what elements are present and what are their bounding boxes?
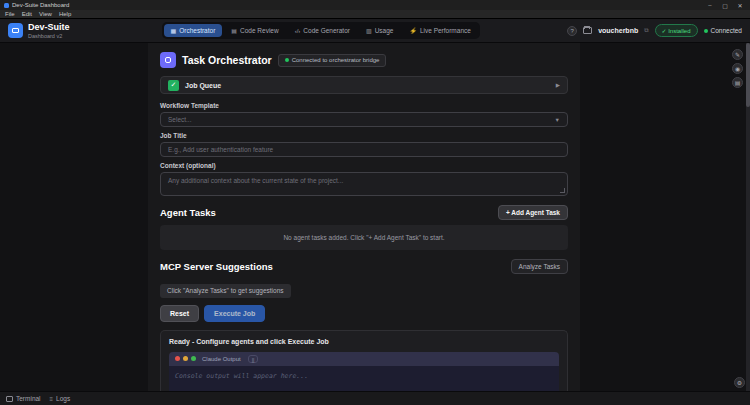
menubar: File Edit View Help xyxy=(0,10,750,19)
connection-status: Connected xyxy=(704,27,742,34)
page-title: Task Orchestrator xyxy=(182,54,272,66)
tab-label: Live Performance xyxy=(420,27,471,34)
tab-label: Orchestrator xyxy=(179,27,215,34)
edit-icon[interactable]: ✎ xyxy=(732,49,743,60)
project-name[interactable]: voucherbnb xyxy=(598,27,638,34)
header-right: ? voucherbnb ⧉ ✓ Installed Connected xyxy=(567,24,742,37)
statusbar: Terminal ≡ Logs xyxy=(0,391,750,405)
scrollbar-thumb[interactable] xyxy=(746,43,750,107)
side-toolbar: ✎ ◉ ▤ xyxy=(732,49,743,88)
tab-code-review[interactable]: ▤ Code Review xyxy=(224,24,285,37)
context-label: Context (optional) xyxy=(160,162,568,169)
tab-code-generator[interactable]: ‹/› Code Generator xyxy=(288,24,357,37)
console-window: Claude Output || Console output will app… xyxy=(169,352,559,392)
workflow-template-select[interactable]: Select... ▼ xyxy=(160,112,568,127)
record-icon[interactable]: ◉ xyxy=(732,63,743,74)
logs-toggle[interactable]: ≡ Logs xyxy=(50,395,71,402)
project-switch-icon[interactable]: ⧉ xyxy=(644,27,648,34)
orchestrator-icon: ▦ xyxy=(171,27,177,34)
job-queue-panel[interactable]: ✓ Job Queue ▶ xyxy=(160,76,568,94)
maximize-button[interactable]: ▢ xyxy=(719,2,731,9)
terminal-icon xyxy=(6,396,13,402)
chevron-right-icon[interactable]: ▶ xyxy=(556,82,560,88)
input-placeholder: E.g., Add user authentication feature xyxy=(168,146,273,153)
tab-label: Code Generator xyxy=(303,27,350,34)
main-area: Task Orchestrator Connected to orchestra… xyxy=(0,43,750,391)
analyze-tasks-button[interactable]: Analyze Tasks xyxy=(511,259,568,274)
grid-icon[interactable]: ▤ xyxy=(732,77,743,88)
nav-tabs: ▦ Orchestrator ▤ Code Review ‹/› Code Ge… xyxy=(162,22,480,39)
chevron-down-icon: ▼ xyxy=(555,117,560,123)
job-title-label: Job Title xyxy=(160,132,568,139)
app-name: Dev-Suite xyxy=(28,22,70,32)
tab-label: Code Review xyxy=(240,27,279,34)
menu-file[interactable]: File xyxy=(5,11,15,17)
window-title: Dev-Suite Dashboard xyxy=(12,2,69,8)
titlebar: Dev-Suite Dashboard – ▢ ✕ xyxy=(0,0,750,10)
tab-label: Usage xyxy=(375,27,394,34)
app-header: Dev-Suite Dashboard v2 ▦ Orchestrator ▤ … xyxy=(0,19,750,43)
bridge-status-badge: Connected to orchestrator bridge xyxy=(278,54,387,67)
bridge-dot-icon xyxy=(285,58,289,62)
status-line: Ready - Configure agents and click Execu… xyxy=(169,338,559,345)
tab-orchestrator[interactable]: ▦ Orchestrator xyxy=(164,24,223,37)
agent-tasks-row: Agent Tasks + Add Agent Task xyxy=(160,205,568,220)
logs-label: Logs xyxy=(56,395,70,402)
execution-status-panel: Ready - Configure agents and click Execu… xyxy=(160,330,568,392)
menu-view[interactable]: View xyxy=(39,11,52,17)
clipboard-icon: ▤ xyxy=(231,27,237,34)
close-traffic-light-icon xyxy=(175,356,180,361)
checkbox-icon: ✓ xyxy=(168,80,179,91)
mcp-row: MCP Server Suggestions Analyze Tasks xyxy=(160,259,568,274)
menu-help[interactable]: Help xyxy=(59,11,71,17)
minimize-button[interactable]: – xyxy=(704,2,716,8)
app-logo xyxy=(8,23,23,38)
select-placeholder: Select... xyxy=(168,116,191,123)
reset-button[interactable]: Reset xyxy=(160,305,199,322)
connection-label: Connected xyxy=(711,27,742,34)
terminal-label: Terminal xyxy=(16,395,41,402)
minimize-traffic-light-icon xyxy=(183,356,188,361)
app-icon xyxy=(4,3,9,8)
monitor-icon xyxy=(12,28,19,33)
bridge-status-label: Connected to orchestrator bridge xyxy=(292,57,380,63)
job-title-input[interactable]: E.g., Add user authentication feature xyxy=(160,142,568,157)
context-textarea[interactable]: Any additional context about the current… xyxy=(160,172,568,196)
pause-icon[interactable]: || xyxy=(248,355,259,363)
terminal-toggle[interactable]: Terminal xyxy=(6,395,41,402)
zoom-traffic-light-icon xyxy=(191,356,196,361)
page-head: Task Orchestrator Connected to orchestra… xyxy=(160,52,568,68)
chart-icon: ▥ xyxy=(366,27,372,34)
brand: Dev-Suite Dashboard v2 xyxy=(28,22,70,39)
agent-tasks-empty-state: No agent tasks added. Click "+ Add Agent… xyxy=(160,225,568,250)
textarea-placeholder: Any additional context about the current… xyxy=(168,177,343,184)
add-agent-task-button[interactable]: + Add Agent Task xyxy=(498,205,568,220)
close-button[interactable]: ✕ xyxy=(734,2,746,9)
code-icon: ‹/› xyxy=(295,28,301,34)
tab-usage[interactable]: ▥ Usage xyxy=(359,24,400,37)
execute-job-button[interactable]: Execute Job xyxy=(204,305,265,322)
orchestrator-card: Task Orchestrator Connected to orchestra… xyxy=(148,43,580,391)
gear-icon[interactable]: ⚙ xyxy=(734,377,745,388)
workflow-template-label: Workflow Template xyxy=(160,102,568,109)
console-header: Claude Output || xyxy=(169,352,559,366)
folder-icon xyxy=(583,27,592,34)
help-button[interactable]: ? xyxy=(567,26,577,36)
tab-live-performance[interactable]: ⚡ Live Performance xyxy=(402,24,477,37)
scrollbar-track[interactable] xyxy=(746,43,750,391)
app-subtitle: Dashboard v2 xyxy=(28,33,70,39)
installed-badge: ✓ Installed xyxy=(655,24,698,37)
bolt-icon: ⚡ xyxy=(409,27,417,34)
console-title: Claude Output xyxy=(202,356,241,362)
agent-tasks-heading: Agent Tasks xyxy=(160,207,216,218)
target-icon xyxy=(160,52,176,68)
actions-row: Reset Execute Job xyxy=(160,305,568,322)
mcp-heading: MCP Server Suggestions xyxy=(160,261,273,272)
job-queue-label: Job Queue xyxy=(185,82,221,89)
logs-icon: ≡ xyxy=(50,396,54,402)
menu-edit[interactable]: Edit xyxy=(22,11,32,17)
mcp-hint: Click "Analyze Tasks" to get suggestions xyxy=(160,284,291,298)
status-dot-icon xyxy=(704,29,708,33)
console-output: Console output will appear here... xyxy=(169,366,559,392)
